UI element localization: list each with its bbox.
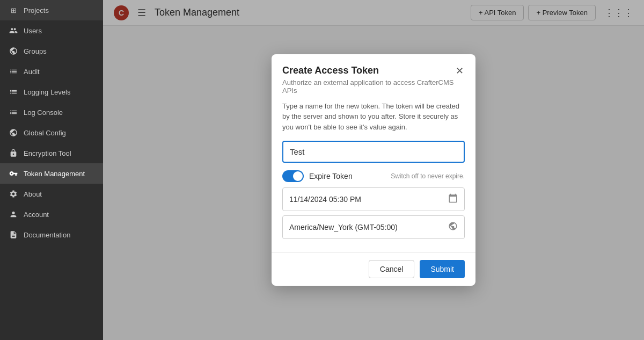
globe-icon (448, 221, 458, 233)
groups-icon (9, 46, 18, 56)
expire-row: Expire Token Switch off to never expire. (282, 170, 465, 182)
log-console-icon (9, 107, 18, 117)
audit-icon (9, 67, 18, 76)
token-management-icon (9, 169, 18, 178)
sidebar-item-projects[interactable]: ⊞ Projects (0, 0, 103, 20)
cancel-button[interactable]: Cancel (369, 260, 415, 278)
main-content: C ☰ Token Management + API Token + Previ… (103, 0, 644, 340)
sidebar-item-global-config[interactable]: Global Config (0, 122, 103, 143)
date-picker-field[interactable]: 11/14/2024 05:30 PM (282, 187, 465, 211)
expire-hint: Switch off to never expire. (391, 172, 465, 180)
about-icon (9, 189, 18, 199)
sidebar-item-documentation[interactable]: Documentation (0, 225, 103, 245)
sidebar-item-account[interactable]: Account (0, 204, 103, 225)
encryption-tool-icon (9, 148, 18, 158)
modal-subtitle: Authorize an external application to acc… (282, 78, 455, 95)
date-value: 11/14/2024 05:30 PM (289, 195, 361, 204)
sidebar-item-token-management[interactable]: Token Management (0, 163, 103, 184)
modal-description: Type a name for the new token. The token… (282, 101, 465, 133)
users-icon (9, 26, 18, 35)
modal-close-button[interactable]: ✕ (455, 65, 465, 77)
documentation-icon (9, 230, 18, 240)
calendar-icon (448, 193, 458, 205)
modal-overlay: Create Access Token Authorize an externa… (103, 0, 644, 340)
sidebar-item-audit[interactable]: Audit (0, 61, 103, 82)
sidebar-item-groups[interactable]: Groups (0, 41, 103, 61)
toggle-knob (293, 171, 303, 181)
sidebar-item-encryption-tool[interactable]: Encryption Tool (0, 143, 103, 163)
modal-footer: Cancel Submit (272, 252, 475, 286)
modal-title-block: Create Access Token Authorize an externa… (282, 65, 455, 95)
logging-levels-icon (9, 87, 18, 97)
expire-toggle[interactable] (282, 170, 304, 182)
modal-body: Type a name for the new token. The token… (272, 101, 475, 252)
projects-icon: ⊞ (9, 5, 18, 15)
timezone-value: America/New_York (GMT-05:00) (289, 223, 398, 232)
sidebar-item-logging-levels[interactable]: Logging Levels (0, 82, 103, 102)
sidebar-item-about[interactable]: About (0, 184, 103, 204)
account-icon (9, 209, 18, 219)
expire-label: Expire Token (309, 172, 385, 180)
token-name-input[interactable] (282, 141, 465, 163)
create-token-modal: Create Access Token Authorize an externa… (272, 54, 475, 286)
sidebar: ⊞ Projects Users Groups Audit Logging Le… (0, 0, 103, 340)
modal-title: Create Access Token (282, 65, 455, 76)
modal-header: Create Access Token Authorize an externa… (272, 54, 475, 101)
sidebar-item-users[interactable]: Users (0, 20, 103, 41)
submit-button[interactable]: Submit (420, 260, 465, 278)
timezone-field[interactable]: America/New_York (GMT-05:00) (282, 215, 465, 239)
global-config-icon (9, 128, 18, 138)
sidebar-item-log-console[interactable]: Log Console (0, 102, 103, 122)
